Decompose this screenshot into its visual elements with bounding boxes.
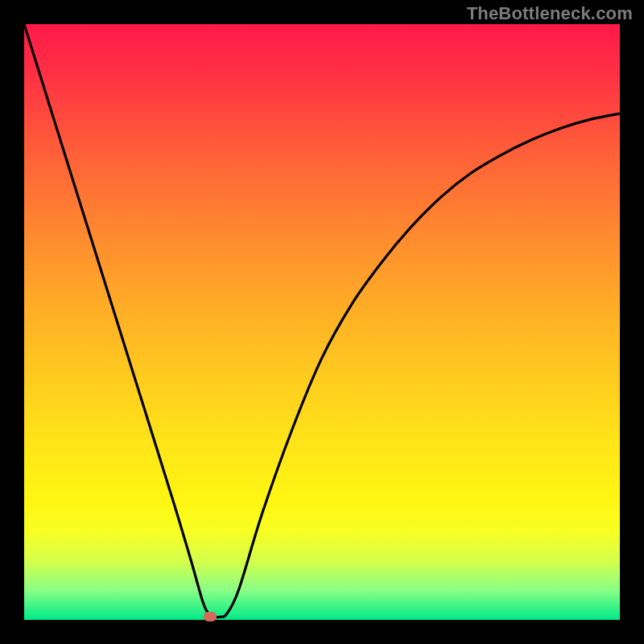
plot-area	[24, 24, 620, 620]
bottleneck-curve	[24, 24, 620, 620]
chart-frame: TheBottleneck.com	[0, 0, 644, 644]
watermark-text: TheBottleneck.com	[467, 3, 633, 24]
optimal-point-marker	[204, 612, 217, 621]
